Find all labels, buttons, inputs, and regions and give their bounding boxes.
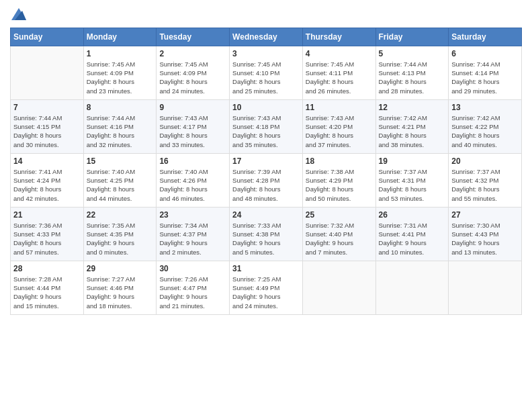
day-info: Sunrise: 7:34 AM Sunset: 4:37 PM Dayligh… bbox=[159, 221, 226, 257]
week-row-4: 21Sunrise: 7:36 AM Sunset: 4:33 PM Dayli… bbox=[11, 207, 522, 261]
header-day-sunday: Sunday bbox=[11, 28, 84, 46]
day-number: 8 bbox=[87, 103, 154, 112]
calendar-cell: 22Sunrise: 7:35 AM Sunset: 4:35 PM Dayli… bbox=[83, 207, 157, 261]
calendar-cell: 4Sunrise: 7:45 AM Sunset: 4:11 PM Daylig… bbox=[302, 46, 375, 99]
day-number: 30 bbox=[159, 264, 226, 273]
day-info: Sunrise: 7:37 AM Sunset: 4:31 PM Dayligh… bbox=[379, 167, 446, 203]
day-info: Sunrise: 7:39 AM Sunset: 4:28 PM Dayligh… bbox=[232, 167, 300, 203]
week-row-5: 28Sunrise: 7:28 AM Sunset: 4:44 PM Dayli… bbox=[11, 261, 522, 314]
day-number: 12 bbox=[379, 103, 446, 112]
calendar-table: SundayMondayTuesdayWednesdayThursdayFrid… bbox=[10, 28, 522, 315]
day-info: Sunrise: 7:44 AM Sunset: 4:14 PM Dayligh… bbox=[451, 60, 519, 95]
header-day-wednesday: Wednesday bbox=[230, 28, 303, 46]
day-info: Sunrise: 7:28 AM Sunset: 4:44 PM Dayligh… bbox=[13, 275, 81, 310]
day-info: Sunrise: 7:26 AM Sunset: 4:47 PM Dayligh… bbox=[159, 275, 226, 310]
calendar-cell: 10Sunrise: 7:43 AM Sunset: 4:18 PM Dayli… bbox=[230, 99, 303, 153]
header-day-friday: Friday bbox=[375, 28, 449, 46]
day-number: 20 bbox=[451, 156, 519, 166]
calendar-cell: 16Sunrise: 7:40 AM Sunset: 4:26 PM Dayli… bbox=[157, 153, 230, 207]
day-number: 14 bbox=[13, 156, 81, 166]
day-info: Sunrise: 7:45 AM Sunset: 4:11 PM Dayligh… bbox=[306, 60, 373, 95]
day-number: 23 bbox=[159, 210, 226, 220]
calendar-cell bbox=[375, 261, 449, 314]
day-number: 17 bbox=[232, 156, 300, 166]
header-day-saturday: Saturday bbox=[449, 28, 522, 46]
calendar-cell bbox=[449, 261, 522, 314]
day-info: Sunrise: 7:41 AM Sunset: 4:24 PM Dayligh… bbox=[13, 167, 81, 203]
day-number: 11 bbox=[306, 103, 373, 112]
day-info: Sunrise: 7:45 AM Sunset: 4:09 PM Dayligh… bbox=[87, 60, 154, 95]
day-number: 31 bbox=[232, 264, 300, 273]
day-number: 5 bbox=[379, 49, 446, 58]
calendar-cell: 15Sunrise: 7:40 AM Sunset: 4:25 PM Dayli… bbox=[83, 153, 157, 207]
day-number: 26 bbox=[379, 210, 446, 220]
day-info: Sunrise: 7:45 AM Sunset: 4:09 PM Dayligh… bbox=[159, 60, 226, 95]
calendar-cell: 11Sunrise: 7:43 AM Sunset: 4:20 PM Dayli… bbox=[302, 99, 375, 153]
calendar-cell: 28Sunrise: 7:28 AM Sunset: 4:44 PM Dayli… bbox=[11, 261, 84, 314]
day-info: Sunrise: 7:43 AM Sunset: 4:20 PM Dayligh… bbox=[306, 113, 373, 149]
day-number: 22 bbox=[87, 210, 154, 220]
day-number: 29 bbox=[87, 264, 154, 273]
calendar-cell: 23Sunrise: 7:34 AM Sunset: 4:37 PM Dayli… bbox=[157, 207, 230, 261]
calendar-cell: 1Sunrise: 7:45 AM Sunset: 4:09 PM Daylig… bbox=[83, 46, 157, 99]
day-number: 19 bbox=[379, 156, 446, 166]
header-row: SundayMondayTuesdayWednesdayThursdayFrid… bbox=[11, 28, 522, 46]
calendar-cell: 14Sunrise: 7:41 AM Sunset: 4:24 PM Dayli… bbox=[11, 153, 84, 207]
day-info: Sunrise: 7:43 AM Sunset: 4:17 PM Dayligh… bbox=[159, 113, 226, 149]
calendar-cell: 24Sunrise: 7:33 AM Sunset: 4:38 PM Dayli… bbox=[230, 207, 303, 261]
day-number: 25 bbox=[306, 210, 373, 220]
calendar-cell: 13Sunrise: 7:42 AM Sunset: 4:22 PM Dayli… bbox=[449, 99, 522, 153]
day-info: Sunrise: 7:30 AM Sunset: 4:43 PM Dayligh… bbox=[451, 221, 519, 257]
calendar-cell: 29Sunrise: 7:27 AM Sunset: 4:46 PM Dayli… bbox=[83, 261, 157, 314]
calendar-cell: 20Sunrise: 7:37 AM Sunset: 4:32 PM Dayli… bbox=[449, 153, 522, 207]
day-number: 16 bbox=[159, 156, 226, 166]
calendar-cell: 9Sunrise: 7:43 AM Sunset: 4:17 PM Daylig… bbox=[157, 99, 230, 153]
day-number: 27 bbox=[451, 210, 519, 220]
week-row-2: 7Sunrise: 7:44 AM Sunset: 4:15 PM Daylig… bbox=[11, 99, 522, 153]
day-number: 18 bbox=[306, 156, 373, 166]
day-number: 21 bbox=[13, 210, 81, 220]
day-info: Sunrise: 7:25 AM Sunset: 4:49 PM Dayligh… bbox=[232, 275, 300, 310]
day-number: 10 bbox=[232, 103, 300, 112]
calendar-cell: 6Sunrise: 7:44 AM Sunset: 4:14 PM Daylig… bbox=[449, 46, 522, 99]
day-info: Sunrise: 7:33 AM Sunset: 4:38 PM Dayligh… bbox=[232, 221, 300, 257]
calendar-cell: 18Sunrise: 7:38 AM Sunset: 4:29 PM Dayli… bbox=[302, 153, 375, 207]
day-info: Sunrise: 7:38 AM Sunset: 4:29 PM Dayligh… bbox=[306, 167, 373, 203]
day-number: 4 bbox=[306, 49, 373, 58]
day-number: 24 bbox=[232, 210, 300, 220]
day-number: 6 bbox=[451, 49, 519, 58]
calendar-cell: 3Sunrise: 7:45 AM Sunset: 4:10 PM Daylig… bbox=[230, 46, 303, 99]
calendar-cell: 2Sunrise: 7:45 AM Sunset: 4:09 PM Daylig… bbox=[157, 46, 230, 99]
calendar-cell: 26Sunrise: 7:31 AM Sunset: 4:41 PM Dayli… bbox=[375, 207, 449, 261]
day-info: Sunrise: 7:40 AM Sunset: 4:25 PM Dayligh… bbox=[87, 167, 154, 203]
header-day-tuesday: Tuesday bbox=[157, 28, 230, 46]
week-row-3: 14Sunrise: 7:41 AM Sunset: 4:24 PM Dayli… bbox=[11, 153, 522, 207]
day-number: 28 bbox=[13, 264, 81, 273]
day-number: 13 bbox=[451, 103, 519, 112]
logo-text bbox=[10, 9, 26, 24]
week-row-1: 1Sunrise: 7:45 AM Sunset: 4:09 PM Daylig… bbox=[11, 46, 522, 99]
logo bbox=[10, 9, 26, 24]
calendar-cell: 27Sunrise: 7:30 AM Sunset: 4:43 PM Dayli… bbox=[449, 207, 522, 261]
calendar-cell: 12Sunrise: 7:42 AM Sunset: 4:21 PM Dayli… bbox=[375, 99, 449, 153]
day-info: Sunrise: 7:40 AM Sunset: 4:26 PM Dayligh… bbox=[159, 167, 226, 203]
calendar-cell: 25Sunrise: 7:32 AM Sunset: 4:40 PM Dayli… bbox=[302, 207, 375, 261]
page: SundayMondayTuesdayWednesdayThursdayFrid… bbox=[0, 0, 532, 411]
header bbox=[10, 7, 522, 24]
day-info: Sunrise: 7:43 AM Sunset: 4:18 PM Dayligh… bbox=[232, 113, 300, 149]
calendar-cell: 17Sunrise: 7:39 AM Sunset: 4:28 PM Dayli… bbox=[230, 153, 303, 207]
calendar-cell: 30Sunrise: 7:26 AM Sunset: 4:47 PM Dayli… bbox=[157, 261, 230, 314]
calendar-cell: 31Sunrise: 7:25 AM Sunset: 4:49 PM Dayli… bbox=[230, 261, 303, 314]
day-info: Sunrise: 7:42 AM Sunset: 4:21 PM Dayligh… bbox=[379, 113, 446, 149]
day-number: 9 bbox=[159, 103, 226, 112]
calendar-cell: 5Sunrise: 7:44 AM Sunset: 4:13 PM Daylig… bbox=[375, 46, 449, 99]
day-info: Sunrise: 7:37 AM Sunset: 4:32 PM Dayligh… bbox=[451, 167, 519, 203]
header-day-thursday: Thursday bbox=[302, 28, 375, 46]
day-info: Sunrise: 7:44 AM Sunset: 4:16 PM Dayligh… bbox=[87, 113, 154, 149]
day-info: Sunrise: 7:31 AM Sunset: 4:41 PM Dayligh… bbox=[379, 221, 446, 257]
logo-icon bbox=[11, 8, 26, 20]
calendar-cell bbox=[302, 261, 375, 314]
calendar-cell: 21Sunrise: 7:36 AM Sunset: 4:33 PM Dayli… bbox=[11, 207, 84, 261]
day-info: Sunrise: 7:44 AM Sunset: 4:15 PM Dayligh… bbox=[13, 113, 81, 149]
day-info: Sunrise: 7:42 AM Sunset: 4:22 PM Dayligh… bbox=[451, 113, 519, 149]
